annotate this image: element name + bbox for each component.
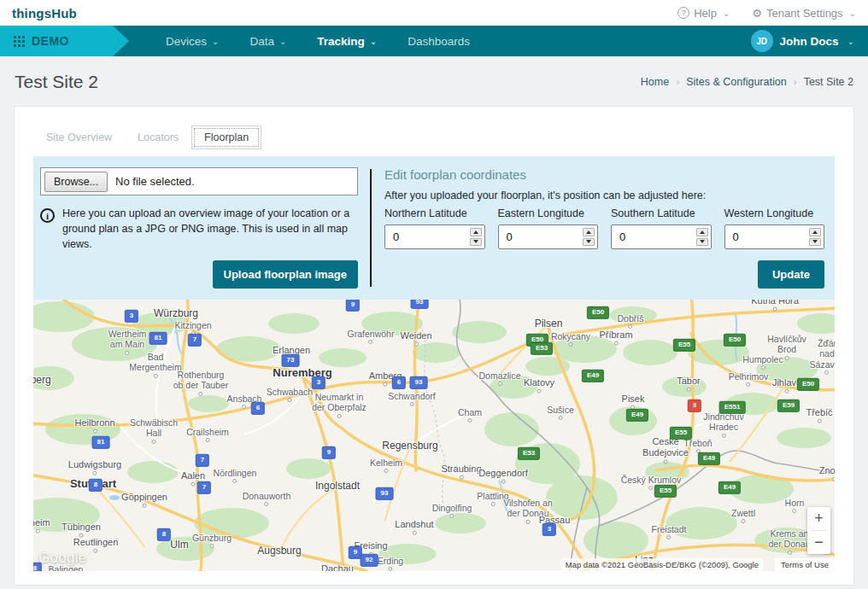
- google-logo: Google: [38, 550, 87, 567]
- top-bar: thingsHub Help Tenant Settings: [0, 0, 868, 26]
- breadcrumb-current: Test Site 2: [804, 76, 853, 88]
- help-label: Help: [694, 7, 717, 20]
- western-longitude-label: Western Longitude: [724, 207, 825, 219]
- coordinates-heading: Edit foorplan coordinates: [384, 167, 824, 182]
- site-card: Site Overview Locators Floorplan Browse.…: [14, 106, 854, 586]
- eastern-longitude-label: Eastern Longitude: [498, 207, 599, 219]
- user-menu[interactable]: JD John Docs: [751, 30, 854, 52]
- eastern-longitude-input[interactable]: 0: [498, 225, 599, 249]
- input-value: 0: [725, 230, 739, 243]
- tenant-settings-label: Tenant Settings: [766, 7, 843, 20]
- nav-item-label: Tracking: [317, 35, 365, 48]
- main-nav: DEMO Devices Data Tracking Dashboards JD…: [0, 26, 868, 56]
- tab-locators[interactable]: Locators: [125, 125, 191, 149]
- tab-floorplan[interactable]: Floorplan: [191, 125, 261, 149]
- spinner-down-icon[interactable]: [583, 238, 595, 247]
- input-value: 0: [385, 230, 399, 243]
- chevron-down-icon: [849, 9, 856, 18]
- number-spinner[interactable]: [583, 228, 595, 246]
- breadcrumb: Home Sites & Configuration Test Site 2: [641, 76, 853, 88]
- breadcrumb-home[interactable]: Home: [641, 76, 669, 88]
- file-input[interactable]: Browse... No file selected.: [40, 167, 358, 195]
- northern-latitude-label: Northern Latitude: [384, 207, 485, 219]
- map-zoom-control: + −: [807, 507, 830, 554]
- gear-icon: [752, 7, 762, 20]
- spinner-up-icon[interactable]: [696, 228, 708, 236]
- spinner-up-icon[interactable]: [583, 228, 595, 236]
- northern-latitude-input[interactable]: 0: [384, 225, 485, 249]
- breadcrumb-separator-icon: [794, 76, 797, 88]
- info-icon: [40, 208, 55, 223]
- update-button[interactable]: Update: [758, 260, 824, 289]
- chevron-down-icon: [723, 9, 730, 18]
- nav-item-tracking[interactable]: Tracking: [317, 35, 377, 48]
- map-data-credit: Map data ©2021 GeoBasis-DE/BKG (©2009), …: [561, 558, 763, 571]
- number-spinner[interactable]: [696, 228, 708, 246]
- avatar: JD: [751, 30, 773, 52]
- nav-item-devices[interactable]: Devices: [166, 35, 219, 48]
- upload-info-text: Here you can upload an overview image of…: [62, 206, 358, 252]
- chevron-down-icon: [847, 37, 854, 46]
- tenant-settings-menu[interactable]: Tenant Settings: [752, 7, 856, 20]
- spinner-up-icon[interactable]: [470, 228, 482, 236]
- help-icon: [677, 7, 689, 19]
- western-longitude-input[interactable]: 0: [724, 225, 825, 249]
- breadcrumb-separator-icon: [676, 76, 679, 88]
- southern-latitude-input[interactable]: 0: [611, 225, 712, 249]
- chevron-down-icon: [279, 37, 286, 46]
- chevron-down-icon: [212, 37, 219, 46]
- grid-icon: [14, 36, 25, 47]
- chevron-down-icon: [370, 37, 377, 46]
- file-status: No file selected.: [115, 175, 195, 188]
- nav-item-data[interactable]: Data: [249, 35, 286, 48]
- nav-item-label: Devices: [166, 35, 207, 48]
- browse-button[interactable]: Browse...: [44, 172, 108, 192]
- spinner-up-icon[interactable]: [809, 228, 821, 236]
- user-name: John Docs: [780, 35, 839, 48]
- zoom-out-button[interactable]: −: [807, 531, 830, 554]
- map-graphics: [33, 300, 835, 571]
- input-value: 0: [612, 230, 625, 243]
- map-attribution: Map data ©2021 GeoBasis-DE/BKG (©2009), …: [561, 558, 835, 571]
- help-menu[interactable]: Help: [677, 7, 730, 20]
- nav-item-label: Data: [249, 35, 274, 48]
- tab-bar: Site Overview Locators Floorplan: [33, 125, 835, 149]
- map-canvas[interactable]: WürzburgKitzingenWertheim am MainBad Mer…: [33, 300, 835, 571]
- coordinates-instruction: After you uploaded your floorplan, it's …: [384, 190, 824, 201]
- spinner-down-icon[interactable]: [470, 238, 482, 247]
- nav-item-label: Dashboards: [408, 35, 470, 48]
- input-value: 0: [499, 230, 513, 243]
- southern-latitude-label: Southern Latitude: [611, 207, 712, 219]
- workspace-switcher[interactable]: DEMO: [0, 26, 113, 56]
- number-spinner[interactable]: [470, 228, 482, 246]
- zoom-in-button[interactable]: +: [807, 507, 830, 530]
- vertical-divider: [370, 169, 372, 287]
- workspace-label: DEMO: [32, 34, 69, 48]
- page-title: Test Site 2: [15, 72, 98, 92]
- upload-floorplan-button[interactable]: Upload floorplan image: [213, 260, 358, 289]
- terms-of-use-link[interactable]: Terms of Use: [775, 558, 835, 571]
- spinner-down-icon[interactable]: [809, 238, 821, 247]
- nav-item-dashboards[interactable]: Dashboards: [408, 35, 470, 48]
- spinner-down-icon[interactable]: [696, 238, 708, 247]
- tab-site-overview[interactable]: Site Overview: [33, 125, 125, 149]
- app-logo: thingsHub: [12, 6, 77, 20]
- breadcrumb-sites-configuration[interactable]: Sites & Configuration: [686, 76, 786, 88]
- floorplan-panel: Browse... No file selected. Here you can…: [33, 156, 835, 300]
- number-spinner[interactable]: [809, 228, 821, 246]
